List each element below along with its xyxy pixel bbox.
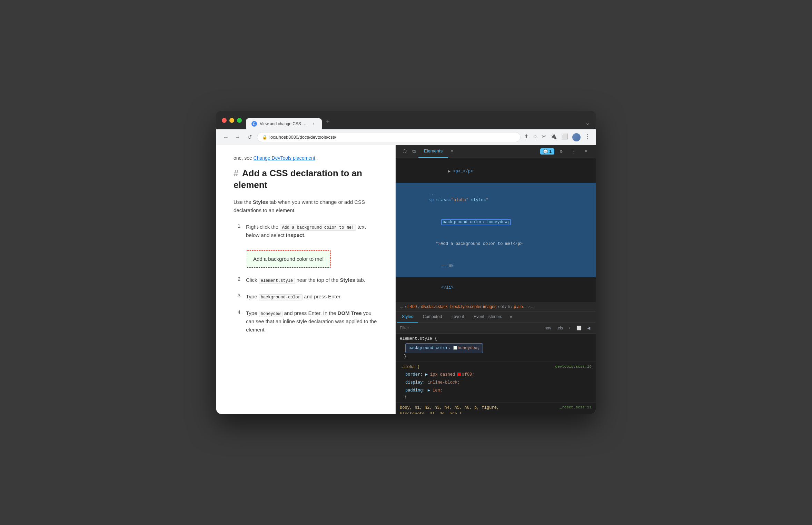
page-description: Use the Styles tab when you want to chan… bbox=[234, 198, 378, 215]
bookmark-icon[interactable]: ☆ bbox=[533, 133, 537, 141]
breadcrumb-dots[interactable]: ... bbox=[400, 304, 403, 309]
filter-bar: :hov .cls + ⬜ ◀ bbox=[396, 323, 596, 334]
hov-button[interactable]: :hov bbox=[542, 325, 553, 331]
breadcrumb-bar: ... › t-400 › div.stack.stack--block.typ… bbox=[396, 302, 596, 311]
cls-button[interactable]: .cls bbox=[555, 325, 564, 331]
dom-line-content[interactable]: ">Add a background color to me!</p> bbox=[396, 233, 596, 255]
step3-code: background-color bbox=[259, 294, 303, 300]
extension-icon[interactable]: 🔌 bbox=[550, 133, 557, 141]
url-text: localhost:8080/docs/devtools/css/ bbox=[269, 135, 336, 140]
notification-badge: 💬 1 bbox=[540, 148, 554, 155]
new-tab-button[interactable]: + bbox=[322, 115, 334, 129]
tab-title: View and change CSS - Chrom bbox=[260, 121, 308, 126]
closing-brace-1: } bbox=[400, 354, 592, 359]
breadcrumb-div[interactable]: div.stack.stack--block.type.center-image… bbox=[421, 304, 496, 309]
step-number-4: 4 bbox=[234, 309, 240, 315]
window-expand-icon: ⌄ bbox=[585, 119, 590, 127]
menu-icon[interactable]: ⋮ bbox=[585, 133, 590, 141]
closing-brace-2: } bbox=[400, 395, 592, 399]
forward-button[interactable]: → bbox=[234, 134, 242, 140]
avatar[interactable] bbox=[572, 133, 581, 141]
element-style-selector[interactable]: element.style { bbox=[400, 336, 592, 341]
styles-tab-computed[interactable]: Computed bbox=[418, 311, 447, 323]
devtools-more-tabs[interactable]: » bbox=[448, 146, 456, 157]
browser-window: G View and change CSS - Chrom × + ⌄ ← → … bbox=[216, 111, 596, 414]
change-devtools-link[interactable]: Change DevTools placement bbox=[254, 155, 315, 161]
devtools-close-icon[interactable]: × bbox=[581, 146, 592, 157]
minimize-traffic-light[interactable] bbox=[229, 118, 234, 123]
step2-code: element.style bbox=[259, 278, 295, 284]
bg-color-highlighted: background-color: honeydew; bbox=[405, 343, 483, 353]
aloha-rule-header: .aloha { _devtools.scss:19 bbox=[400, 365, 592, 371]
step-1: 1 Right-click the Add a background color… bbox=[234, 223, 378, 268]
tab-close-button[interactable]: × bbox=[311, 121, 316, 127]
tab-end-space: ⌄ bbox=[334, 119, 590, 129]
cursor-tool-icon[interactable]: ⬡ bbox=[400, 145, 409, 158]
toolbar-icons: ⬆ ☆ ✂ 🔌 ⬜ ⋮ bbox=[524, 133, 590, 141]
layout-icon[interactable]: ⬜ bbox=[561, 133, 568, 141]
new-rule-icon[interactable]: ⬜ bbox=[575, 325, 583, 331]
step-2-text: Click element.style near the top of the … bbox=[246, 276, 365, 284]
step-3: 3 Type background-color and press Enter. bbox=[234, 293, 378, 301]
styles-tabs: Styles Computed Layout Event Listeners » bbox=[396, 311, 596, 323]
styles-tab-styles[interactable]: Styles bbox=[397, 311, 418, 323]
main-content: one, see Change DevTools placement . # A… bbox=[216, 145, 596, 414]
step-number-1: 1 bbox=[234, 223, 240, 229]
devtools-tabs: Elements » bbox=[418, 145, 540, 158]
filter-actions: :hov .cls + ⬜ ◀ bbox=[542, 325, 592, 331]
styles-more-tabs[interactable]: » bbox=[507, 312, 515, 322]
styles-content: element.style { background-color: honeyd… bbox=[396, 334, 596, 414]
toggle-sidebar-icon[interactable]: ◀ bbox=[586, 325, 592, 331]
styles-tab-event-listeners[interactable]: Event Listeners bbox=[469, 311, 507, 323]
settings-icon[interactable]: ⚙ bbox=[556, 146, 567, 157]
tab-favicon: G bbox=[251, 121, 257, 127]
breadcrumb-ol[interactable]: ol bbox=[501, 304, 504, 309]
devtools-actions: 💬 1 ⚙ ⋮ × bbox=[540, 146, 592, 157]
active-tab[interactable]: G View and change CSS - Chrom × bbox=[246, 118, 322, 129]
breadcrumb-t400[interactable]: t-400 bbox=[407, 304, 417, 309]
aloha-selector[interactable]: .aloha { bbox=[400, 365, 420, 369]
aloha-source: _devtools.scss:19 bbox=[553, 365, 592, 371]
dom-line-li[interactable]: </li> bbox=[396, 277, 596, 299]
add-style-button[interactable]: + bbox=[567, 325, 572, 331]
dom-line-pseudo: == $0 bbox=[396, 255, 596, 277]
display-property[interactable]: display: inline-block; bbox=[400, 379, 592, 387]
aloha-rule: .aloha { _devtools.scss:19 border: ▶ 1px… bbox=[396, 362, 596, 403]
url-box[interactable]: 🔒 localhost:8080/docs/devtools/css/ bbox=[257, 132, 521, 142]
border-property[interactable]: border: ▶ 1px dashed #f00; bbox=[400, 371, 592, 379]
layers-icon[interactable]: ⧉ bbox=[409, 145, 418, 158]
close-traffic-light[interactable] bbox=[222, 118, 227, 123]
reset-selector: body, h1, h2, h3, h4, h5, h6, p, figure,… bbox=[400, 405, 499, 414]
reset-rule: body, h1, h2, h3, h4, h5, h6, p, figure,… bbox=[396, 403, 596, 414]
page-content: one, see Change DevTools placement . # A… bbox=[216, 145, 396, 414]
maximize-traffic-light[interactable] bbox=[237, 118, 242, 123]
filter-input[interactable] bbox=[400, 326, 539, 330]
step1-code: Add a background color to me! bbox=[280, 225, 356, 231]
cut-icon[interactable]: ✂ bbox=[542, 133, 546, 141]
tab-elements[interactable]: Elements bbox=[418, 145, 448, 158]
step4-code: honeydew bbox=[259, 311, 283, 317]
share-icon[interactable]: ⬆ bbox=[524, 133, 528, 141]
styles-tab-layout[interactable]: Layout bbox=[447, 311, 469, 323]
dom-line-p-aloha[interactable]: ... <p class="aloha" style=" bbox=[396, 183, 596, 211]
dom-line-p[interactable]: ▶ <p>…</p> bbox=[396, 161, 596, 183]
breadcrumb-li[interactable]: li bbox=[508, 304, 509, 309]
intro-text: one, see Change DevTools placement . bbox=[234, 155, 378, 161]
breadcrumb-end: ... bbox=[531, 304, 535, 309]
title-bar: G View and change CSS - Chrom × + ⌄ bbox=[216, 111, 596, 129]
element-bg-color-property[interactable]: background-color: honeydew; bbox=[400, 343, 592, 354]
devtools-menu-icon[interactable]: ⋮ bbox=[568, 146, 579, 157]
step-3-text: Type background-color and press Enter. bbox=[246, 293, 341, 301]
breadcrumb-p[interactable]: p.alo… bbox=[514, 304, 527, 309]
demo-element[interactable]: Add a background color to me! bbox=[246, 250, 331, 268]
lock-icon: 🔒 bbox=[262, 135, 267, 140]
padding-property[interactable]: padding: ▶ 1em; bbox=[400, 387, 592, 395]
step-number-2: 2 bbox=[234, 276, 240, 282]
step-number-3: 3 bbox=[234, 293, 240, 298]
color-swatch-honeydew bbox=[453, 346, 457, 350]
tabs-bar: G View and change CSS - Chrom × + ⌄ bbox=[246, 115, 590, 129]
refresh-button[interactable]: ↺ bbox=[245, 134, 254, 140]
back-button[interactable]: ← bbox=[222, 134, 230, 140]
address-bar: ← → ↺ 🔒 localhost:8080/docs/devtools/css… bbox=[216, 129, 596, 145]
dom-line-bg-color[interactable]: background-color: honeydew; bbox=[396, 211, 596, 233]
